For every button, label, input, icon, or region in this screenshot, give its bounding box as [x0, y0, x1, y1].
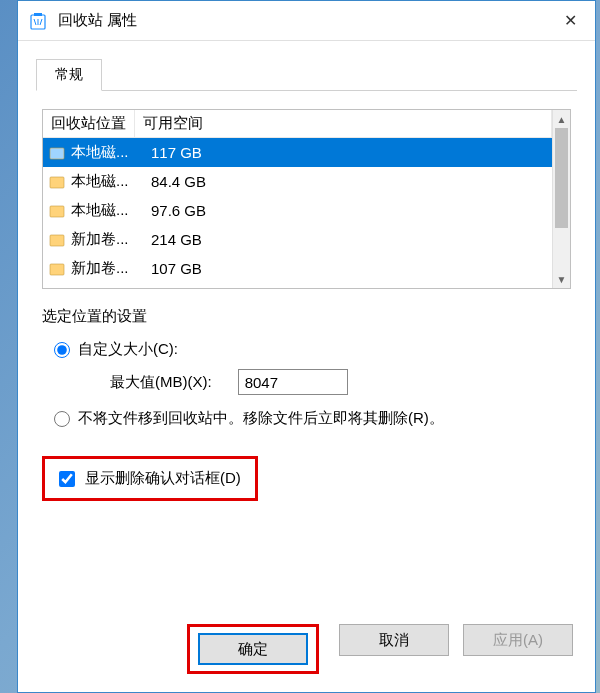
- row-space: 84.4 GB: [147, 173, 546, 190]
- svg-rect-4: [50, 206, 64, 217]
- list-inner: 回收站位置 可用空间 本地磁...117 GB本地磁...84.4 GB本地磁.…: [43, 110, 552, 288]
- scroll-thumb[interactable]: [555, 128, 568, 228]
- row-location: 本地磁...: [71, 143, 147, 162]
- list-row[interactable]: 本地磁...84.4 GB: [43, 167, 552, 196]
- svg-rect-5: [50, 235, 64, 246]
- recycle-bin-properties-window: 回收站 属性 ✕ 常规 回收站位置 可用空间 本地磁...117 GB本地磁..…: [17, 0, 596, 693]
- radio-custom-size-label: 自定义大小(C):: [78, 340, 178, 359]
- tabs: 常规: [36, 59, 577, 91]
- tab-general[interactable]: 常规: [36, 59, 102, 91]
- max-size-label: 最大值(MB)(X):: [110, 373, 212, 392]
- location-list: 回收站位置 可用空间 本地磁...117 GB本地磁...84.4 GB本地磁.…: [42, 109, 571, 289]
- close-button[interactable]: ✕: [545, 1, 595, 41]
- drive-icon: [49, 232, 65, 248]
- list-row[interactable]: 新加卷...214 GB: [43, 225, 552, 254]
- row-location: 本地磁...: [71, 172, 147, 191]
- svg-rect-3: [50, 177, 64, 188]
- row-location: 新加卷...: [71, 230, 147, 249]
- drive-icon: [49, 203, 65, 219]
- tab-area: 常规: [18, 41, 595, 91]
- row-space: 107 GB: [147, 260, 546, 277]
- svg-rect-6: [50, 264, 64, 275]
- radio-dont-move-label: 不将文件移到回收站中。移除文件后立即将其删除(R)。: [78, 409, 444, 428]
- row-location: 新加卷...: [71, 259, 147, 278]
- drive-icon: [49, 145, 65, 161]
- content-panel: 回收站位置 可用空间 本地磁...117 GB本地磁...84.4 GB本地磁.…: [18, 91, 595, 608]
- ok-button[interactable]: 确定: [198, 633, 308, 665]
- cancel-button[interactable]: 取消: [339, 624, 449, 656]
- row-space: 97.6 GB: [147, 202, 546, 219]
- confirm-delete-highlight: 显示删除确认对话框(D): [42, 456, 258, 501]
- settings-section: 选定位置的设置 自定义大小(C): 最大值(MB)(X): 不将文件移到回收站中…: [42, 307, 571, 501]
- close-icon: ✕: [564, 11, 577, 30]
- checkbox-confirm-delete-label: 显示删除确认对话框(D): [85, 469, 241, 488]
- radio-custom-size[interactable]: 自定义大小(C):: [54, 340, 571, 359]
- list-row[interactable]: 本地磁...97.6 GB: [43, 196, 552, 225]
- window-title: 回收站 属性: [58, 11, 545, 30]
- svg-rect-1: [34, 13, 42, 16]
- row-space: 214 GB: [147, 231, 546, 248]
- settings-title: 选定位置的设置: [42, 307, 571, 326]
- titlebar: 回收站 属性 ✕: [18, 1, 595, 41]
- svg-rect-2: [50, 148, 64, 159]
- radio-custom-size-input[interactable]: [54, 342, 70, 358]
- list-header: 回收站位置 可用空间: [43, 110, 552, 138]
- list-row[interactable]: 新加卷...107 GB: [43, 254, 552, 283]
- list-row[interactable]: 本地磁...117 GB: [43, 138, 552, 167]
- max-size-row: 最大值(MB)(X):: [110, 369, 571, 395]
- row-location: 本地磁...: [71, 201, 147, 220]
- list-rows: 本地磁...117 GB本地磁...84.4 GB本地磁...97.6 GB新加…: [43, 138, 552, 283]
- max-size-input[interactable]: [238, 369, 348, 395]
- scroll-up-icon[interactable]: ▲: [553, 110, 570, 128]
- recycle-bin-icon: [28, 11, 48, 31]
- col-location[interactable]: 回收站位置: [43, 110, 135, 137]
- scrollbar[interactable]: ▲ ▼: [552, 110, 570, 288]
- checkbox-confirm-delete[interactable]: 显示删除确认对话框(D): [59, 469, 241, 488]
- button-bar: 确定 取消 应用(A): [18, 608, 595, 692]
- col-space[interactable]: 可用空间: [135, 110, 552, 137]
- row-space: 117 GB: [147, 144, 546, 161]
- radio-dont-move[interactable]: 不将文件移到回收站中。移除文件后立即将其删除(R)。: [54, 409, 571, 428]
- apply-button[interactable]: 应用(A): [463, 624, 573, 656]
- scroll-down-icon[interactable]: ▼: [553, 270, 570, 288]
- drive-icon: [49, 174, 65, 190]
- drive-icon: [49, 261, 65, 277]
- checkbox-confirm-delete-input[interactable]: [59, 471, 75, 487]
- radio-dont-move-input[interactable]: [54, 411, 70, 427]
- ok-button-highlight: 确定: [187, 624, 319, 674]
